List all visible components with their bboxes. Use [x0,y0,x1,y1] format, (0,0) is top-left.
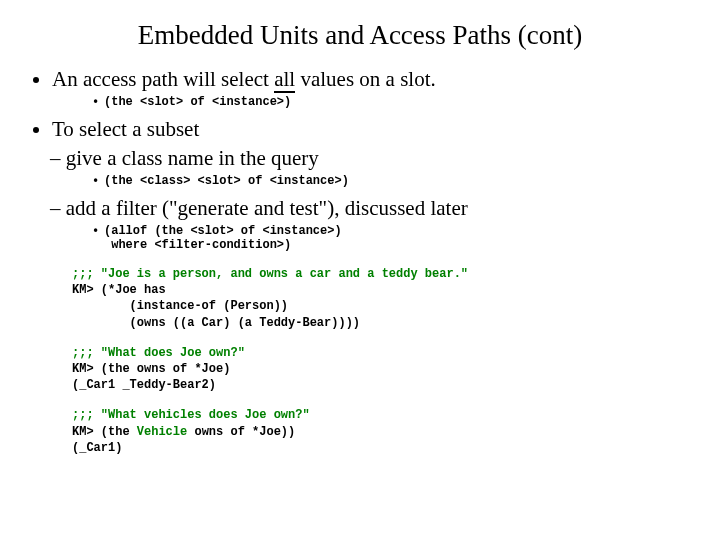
bullet-list-2: To select a subset [28,117,692,142]
code-line: owns of *Joe)) [187,425,295,439]
example-2: ;;; "What does Joe own?" KM> (the owns o… [72,345,692,394]
code-line: KM> (the [72,425,137,439]
dash-classname: give a class name in the query [50,146,692,171]
bullet-list: An access path will select all values on… [28,67,692,92]
example-1: ;;; "Joe is a person, and owns a car and… [72,266,692,331]
comment: ;;; "What vehicles does Joe own?" [72,408,310,422]
code-text: where <filter-condition>) [104,238,291,252]
dash-list: give a class name in the query [28,146,692,171]
dash-list-2: add a filter ("generate and test"), disc… [28,196,692,221]
code-syntax-3: •(allof (the <slot> of <instance>) where… [92,224,692,252]
code-text: (allof (the <slot> of <instance>) [104,224,342,238]
code-text: (the <class> <slot> of <instance>) [104,174,349,188]
keyword-vehicle: Vehicle [137,425,187,439]
bullet-subset: To select a subset [52,117,692,142]
code-text: (the <slot> of <instance>) [104,95,291,109]
code-line: KM> (*Joe has [72,283,166,297]
bullet-access-path: An access path will select all values on… [52,67,692,92]
comment: ;;; "Joe is a person, and owns a car and… [72,267,468,281]
code-line: (owns ((a Car) (a Teddy-Bear)))) [72,316,360,330]
dash-filter: add a filter ("generate and test"), disc… [50,196,692,221]
example-3: ;;; "What vehicles does Joe own?" KM> (t… [72,407,692,456]
slide-title: Embedded Units and Access Paths (cont) [28,20,692,51]
code-line: (instance-of (Person)) [72,299,288,313]
code-line: (_Car1) [72,441,122,455]
code-line: KM> (the owns of *Joe) [72,362,230,376]
comment: ;;; "What does Joe own?" [72,346,245,360]
text: values on a slot. [295,67,436,91]
text: An access path will select [52,67,274,91]
code-line: (_Car1 _Teddy-Bear2) [72,378,216,392]
emph-all: all [274,67,295,93]
code-syntax-1: •(the <slot> of <instance>) [92,95,692,109]
code-syntax-2: •(the <class> <slot> of <instance>) [92,174,692,188]
